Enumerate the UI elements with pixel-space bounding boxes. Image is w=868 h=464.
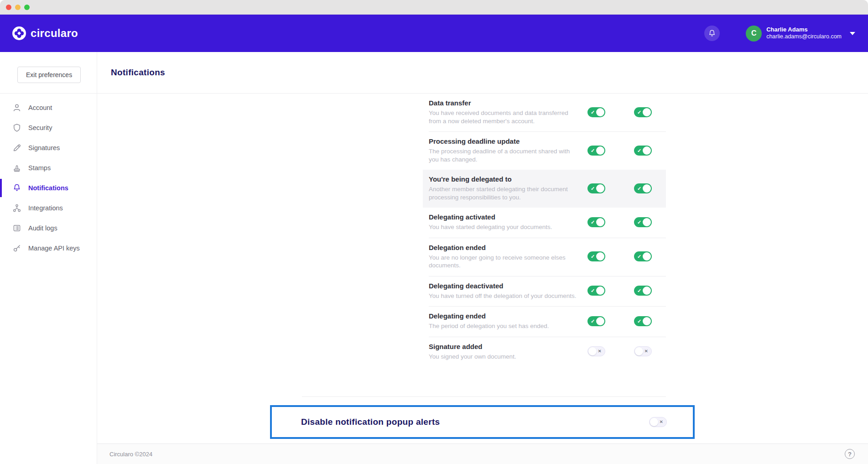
chevron-down-icon bbox=[850, 32, 855, 35]
sidebar-item-label: Signatures bbox=[28, 144, 60, 151]
notification-title: Delegation ended bbox=[429, 244, 587, 251]
toggle-being-delegated-1[interactable] bbox=[587, 183, 605, 193]
circularo-logo-icon bbox=[12, 26, 26, 40]
app-window: circularo C Charlie Adams charlie.adams@… bbox=[0, 0, 868, 464]
preferences-sidebar: Exit preferences Account Security bbox=[0, 52, 97, 464]
notification-description: The period of delegation you set has end… bbox=[429, 322, 580, 330]
zoom-window-button[interactable] bbox=[24, 5, 30, 10]
sidebar-item-label: Audit logs bbox=[28, 224, 57, 232]
toggle-delegating-activated-2[interactable] bbox=[634, 217, 652, 227]
notification-description: The processing deadline of a document sh… bbox=[429, 147, 580, 163]
disable-popup-alerts-label: Disable notification popup alerts bbox=[301, 417, 440, 427]
notification-settings: Data transfer You have received document… bbox=[97, 94, 868, 443]
sitemap-icon bbox=[12, 203, 21, 213]
sidebar-item-signatures[interactable]: Signatures bbox=[0, 138, 97, 158]
notification-row: Delegation ended You are no longer going… bbox=[429, 238, 666, 276]
notification-description: You are no longer going to receive someo… bbox=[429, 254, 580, 270]
sidebar-item-label: Integrations bbox=[28, 204, 63, 212]
footer: Circularo ©2024 ? bbox=[97, 443, 868, 464]
user-name: Charlie Adams bbox=[766, 26, 842, 33]
toggle-delegation-ended-2[interactable] bbox=[634, 251, 652, 261]
page-header: Notifications bbox=[97, 52, 868, 94]
notification-title: Data transfer bbox=[429, 99, 587, 107]
toggle-processing-deadline-1[interactable] bbox=[587, 146, 605, 156]
sidebar-item-label: Account bbox=[28, 104, 52, 111]
notification-title: Delegating deactivated bbox=[429, 282, 587, 290]
notification-title: Signature added bbox=[429, 343, 587, 350]
sidebar-nav: Account Security Signatures bbox=[0, 94, 97, 258]
avatar: C bbox=[746, 26, 762, 42]
toggle-delegation-ended-1[interactable] bbox=[587, 251, 605, 261]
sidebar-item-label: Manage API keys bbox=[28, 245, 80, 252]
toggle-signature-added-2[interactable] bbox=[634, 346, 652, 356]
pen-icon bbox=[12, 143, 21, 152]
sidebar-item-notifications[interactable]: Notifications bbox=[0, 178, 97, 198]
toggle-disable-popup-alerts[interactable] bbox=[649, 417, 667, 427]
toggle-data-transfer-1[interactable] bbox=[587, 107, 605, 117]
bell-icon bbox=[708, 29, 716, 38]
page-title: Notifications bbox=[111, 68, 165, 78]
notification-row: Delegating activated You have started de… bbox=[429, 208, 666, 238]
notification-title: Delegating activated bbox=[429, 213, 587, 221]
toggle-delegating-deactivated-2[interactable] bbox=[634, 286, 652, 296]
circularo-logo[interactable]: circularo bbox=[12, 26, 78, 40]
close-window-button[interactable] bbox=[6, 5, 11, 10]
notification-title: You're being delegated to bbox=[429, 175, 587, 183]
list-icon bbox=[12, 224, 21, 233]
sidebar-item-security[interactable]: Security bbox=[0, 118, 97, 138]
sidebar-item-label: Security bbox=[28, 124, 52, 131]
notification-title: Processing deadline update bbox=[429, 137, 587, 145]
disable-popup-alerts-section: Disable notification popup alerts bbox=[270, 405, 695, 439]
user-menu[interactable]: C Charlie Adams charlie.adams@circularo.… bbox=[746, 26, 855, 42]
stamp-icon bbox=[12, 163, 21, 172]
copyright-text: Circularo ©2024 bbox=[109, 451, 152, 458]
toggle-delegating-deactivated-1[interactable] bbox=[587, 286, 605, 296]
notification-title: Delegating ended bbox=[429, 312, 587, 320]
toggle-delegating-ended-1[interactable] bbox=[587, 316, 605, 326]
notification-row: Processing deadline update The processin… bbox=[429, 132, 666, 170]
sidebar-item-stamps[interactable]: Stamps bbox=[0, 158, 97, 178]
key-icon bbox=[12, 244, 21, 253]
toggle-delegating-ended-2[interactable] bbox=[634, 316, 652, 326]
toggle-delegating-activated-1[interactable] bbox=[587, 217, 605, 227]
sidebar-item-integrations[interactable]: Integrations bbox=[0, 198, 97, 218]
notification-row-highlighted: You're being delegated to Another member… bbox=[423, 170, 666, 208]
toggle-signature-added-1[interactable] bbox=[587, 346, 605, 356]
user-email: charlie.adams@circularo.com bbox=[766, 33, 842, 41]
brand-wordmark: circularo bbox=[31, 27, 78, 40]
shield-icon bbox=[12, 123, 21, 132]
notification-row: Data transfer You have received document… bbox=[429, 94, 666, 132]
notification-row: Signature added You signed your own docu… bbox=[429, 337, 666, 367]
exit-preferences-button[interactable]: Exit preferences bbox=[17, 67, 81, 83]
toggle-being-delegated-2[interactable] bbox=[634, 183, 652, 193]
minimize-window-button[interactable] bbox=[15, 5, 21, 10]
notification-description: You have turned off the delegation of yo… bbox=[429, 292, 580, 300]
sidebar-item-audit-logs[interactable]: Audit logs bbox=[0, 218, 97, 238]
sidebar-item-label: Notifications bbox=[28, 184, 68, 192]
toggle-data-transfer-2[interactable] bbox=[634, 107, 652, 117]
app-header: circularo C Charlie Adams charlie.adams@… bbox=[0, 15, 868, 52]
sidebar-item-manage-api-keys[interactable]: Manage API keys bbox=[0, 238, 97, 258]
notification-description: You have received documents and data tra… bbox=[429, 109, 580, 125]
os-title-bar bbox=[0, 0, 868, 15]
sidebar-item-label: Stamps bbox=[28, 164, 51, 172]
bell-icon bbox=[12, 183, 21, 193]
help-button[interactable]: ? bbox=[845, 449, 855, 459]
notification-row: Delegating ended The period of delegatio… bbox=[429, 307, 666, 337]
notification-description: You have started delegating your documen… bbox=[429, 223, 580, 231]
toggle-processing-deadline-2[interactable] bbox=[634, 146, 652, 156]
person-icon bbox=[12, 103, 21, 112]
notification-description: Another member started delegating their … bbox=[429, 185, 580, 201]
notification-description: You signed your own document. bbox=[429, 353, 580, 361]
section-divider bbox=[302, 396, 666, 397]
notifications-bell-button[interactable] bbox=[704, 26, 720, 41]
notification-row: Delegating deactivated You have turned o… bbox=[429, 276, 666, 307]
sidebar-item-account[interactable]: Account bbox=[0, 98, 97, 118]
